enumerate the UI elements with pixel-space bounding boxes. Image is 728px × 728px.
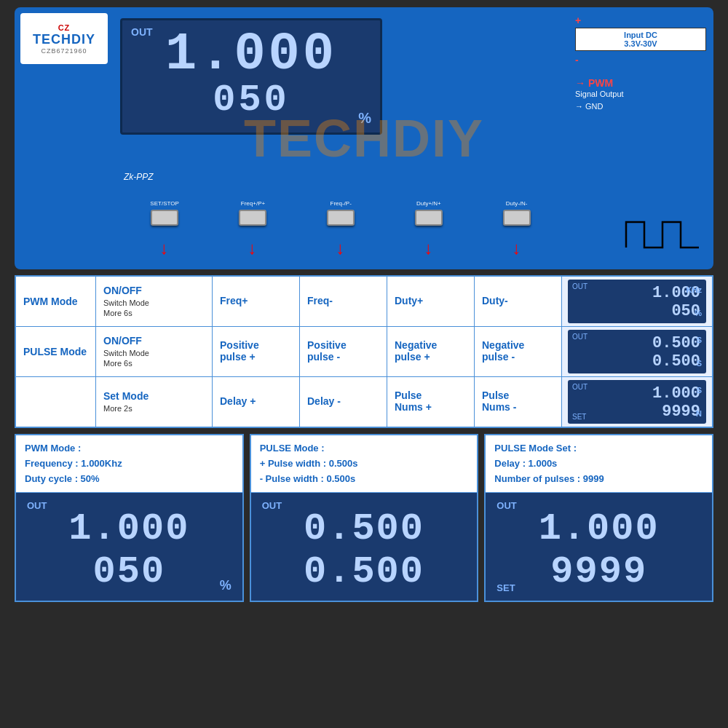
info-pwm-line2: Duty cycle : 50%	[25, 472, 234, 487]
info-pulseset-lcd: OUT SET 1.000 9999	[486, 493, 712, 601]
pcb-lcd-out-label: OUT	[131, 26, 153, 38]
pcb-btn-4[interactable]	[415, 210, 443, 226]
cell-pulse-btn1: ON/OFF Switch Mode More 6s	[96, 327, 213, 376]
main-container: TECHDIY CZ TECHDIY CZB6721960 OUT 1.000 …	[0, 0, 728, 728]
pulse-pos-minus: Positive pulse -	[307, 339, 379, 363]
info-pulseset-lcd-out: OUT	[496, 500, 516, 511]
signal-output-label: Signal Output	[575, 90, 706, 98]
pwm-lcd-unit2: %	[695, 309, 702, 317]
pwm-mini-lcd: OUT 1.000 050 KHz %	[568, 280, 706, 323]
info-box-pwm: PWM Mode : Frequency : 1.000Khz Duty cyc…	[15, 434, 244, 602]
pulse-mini-lcd: OUT 0.500 0.500 S S	[568, 330, 706, 373]
setmode-pulse-plus: Pulse Nums +	[395, 389, 467, 413]
arrow-1: ↓	[160, 238, 169, 258]
gnd-label: → GND	[575, 102, 706, 111]
setmode-lcd-val1: 1.000	[652, 384, 700, 403]
pulse-lcd-out: OUT	[572, 333, 587, 341]
pulse-mode-label: PULSE Mode	[23, 346, 88, 357]
info-pulseset-text: PULSE Mode Set : Delay : 1.000s Number o…	[486, 435, 712, 493]
waveform-area	[619, 211, 706, 255]
info-pwm-val1: 1.000	[68, 507, 189, 550]
minus-symbol: -	[575, 54, 706, 66]
waveform-svg	[619, 211, 706, 255]
table-row-pwm: PWM Mode ON/OFF Switch Mode More 6s Freq…	[16, 277, 712, 327]
arrow-3: ↓	[336, 238, 345, 258]
table-row-setmode: Set Mode More 2s Delay + Delay - Pulse N…	[16, 377, 712, 427]
pcb-btn-label-2: Freq+/P+	[241, 200, 265, 207]
setmode-sub: More 2s	[103, 403, 205, 414]
info-pwm-lcd: OUT 1.000 050 %	[16, 493, 242, 601]
pcb-btn-group-5: Duty-/N-	[503, 200, 531, 226]
cell-pulse-btn3: Positive pulse -	[300, 327, 387, 376]
pulse-pos-plus: Positive pulse +	[220, 339, 292, 363]
cell-pulse-btn5: Negative pulse -	[475, 327, 562, 376]
pulse-lcd-unit1: S	[697, 336, 702, 344]
pcb-btn-5[interactable]	[503, 210, 531, 226]
info-pulseset-line2: Number of pulses : 9999	[494, 472, 703, 487]
logo-main: TECHDIY	[33, 32, 95, 47]
pcb-btn-label-1: SET/STOP	[150, 200, 178, 207]
info-pwm-unit: %	[220, 578, 232, 593]
pulse-lcd-val1: 0.500	[652, 334, 700, 352]
pwm-lcd-out: OUT	[572, 282, 587, 290]
setmode-delay-plus: Delay +	[220, 395, 292, 407]
info-pulseset-line1: Delay : 1.000s	[494, 456, 703, 472]
setmode-lcd-unit1: S	[697, 386, 702, 395]
pcb-btn-1[interactable]	[151, 210, 178, 226]
table-section: PWM Mode ON/OFF Switch Mode More 6s Freq…	[15, 275, 713, 428]
pcb-btn-3[interactable]	[327, 210, 355, 226]
pcb-lcd-val1: 1.000	[165, 31, 337, 79]
cell-setmode-btn3: Delay -	[300, 377, 387, 427]
cell-setmode-btn5: Pulse Nums -	[475, 377, 562, 427]
info-pwm-line1: Frequency : 1.000Khz	[25, 456, 234, 472]
info-pulse-lcd-out: OUT	[262, 500, 282, 511]
info-pulse-val2: 0.500	[304, 550, 424, 593]
cell-pwm-btn1: ON/OFF Switch Mode More 6s	[96, 277, 213, 326]
pwm-freq-plus: Freq+	[220, 295, 292, 306]
pcb-btn-group-1: SET/STOP	[150, 200, 178, 226]
setmode-delay-minus: Delay -	[307, 395, 379, 407]
cell-pulse-btn4: Negative pulse +	[387, 327, 475, 376]
cell-pwm-btn4: Duty+	[387, 277, 475, 326]
pulse-switch-mode: Switch Mode More 6s	[103, 348, 205, 369]
pulse-lcd-val2: 0.500	[652, 352, 700, 371]
setmode-lcd-val2: 9999	[662, 403, 700, 421]
pcb-section: TECHDIY CZ TECHDIY CZB6721960 OUT 1.000 …	[15, 7, 713, 269]
info-pulseset-val2: 9999	[550, 550, 647, 593]
info-pwm-text: PWM Mode : Frequency : 1.000Khz Duty cyc…	[16, 435, 242, 493]
pulse-neg-minus: Negative pulse -	[482, 339, 554, 363]
logo-area: CZ TECHDIY CZB6721960	[20, 13, 108, 64]
cell-pwm-mode: PWM Mode	[16, 277, 96, 326]
info-pulse-text: PULSE Mode : + Pulse width : 0.500s - Pu…	[251, 435, 478, 493]
cell-setmode-display: OUT SET 1.000 9999 S N	[562, 377, 712, 427]
pcb-buttons-row: SET/STOP Freq+/P+ Freq-/P- Duty+/N+ Duty…	[120, 200, 561, 226]
pulse-neg-plus: Negative pulse +	[395, 339, 467, 363]
info-pulse-val1: 0.500	[304, 507, 424, 550]
info-box-pulse: PULSE Mode : + Pulse width : 0.500s - Pu…	[250, 434, 479, 602]
cell-pulse-btn2: Positive pulse +	[213, 327, 300, 376]
arrow-4: ↓	[424, 238, 433, 258]
setmode-pulse-minus: Pulse Nums -	[482, 389, 554, 413]
pulse-onoff-label: ON/OFF	[103, 335, 205, 347]
setmode-mini-lcd: OUT SET 1.000 9999 S N	[568, 380, 706, 424]
pcb-btn-group-4: Duty+/N+	[415, 200, 443, 226]
pcb-btn-label-5: Duty-/N-	[506, 200, 528, 207]
pwm-mode-label: PWM Mode	[23, 296, 88, 307]
pwm-connection: → PWM	[575, 76, 706, 90]
info-pulse-lcd: OUT 0.500 0.500	[251, 493, 478, 601]
bottom-section: PWM Mode : Frequency : 1.000Khz Duty cyc…	[15, 434, 713, 602]
cell-setmode-btn4: Pulse Nums +	[387, 377, 475, 427]
pcb-btn-label-4: Duty+/N+	[416, 200, 441, 207]
pwm-duty-plus: Duty+	[395, 295, 467, 306]
pwm-lcd-unit1: KHz	[687, 285, 702, 294]
cell-pwm-btn5: Duty-	[475, 277, 562, 326]
cell-pwm-display: OUT 1.000 050 KHz %	[562, 277, 712, 326]
cell-setmode-btn1: Set Mode More 2s	[96, 377, 213, 427]
plus-symbol: +	[575, 15, 706, 26]
pcb-btn-2[interactable]	[239, 210, 266, 226]
info-pwm-lcd-out: OUT	[27, 500, 47, 511]
pcb-lcd: OUT 1.000 050 %	[120, 18, 382, 135]
pwm-freq-minus: Freq-	[307, 295, 379, 306]
pcb-model-label: Zk-PPZ	[124, 172, 154, 182]
logo-top: CZ	[58, 23, 71, 32]
